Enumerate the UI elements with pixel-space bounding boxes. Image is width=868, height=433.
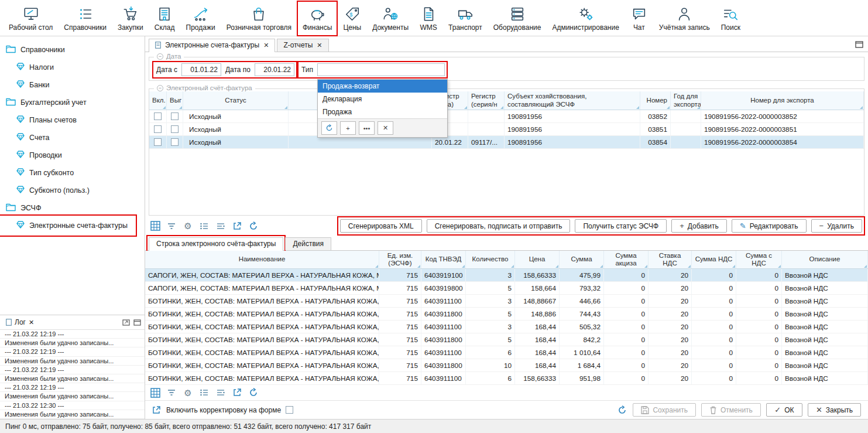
include-checkbox[interactable] (154, 138, 162, 146)
sidebar-item-accounts[interactable]: Счета (0, 129, 56, 146)
dropdown-option[interactable]: Продажа (318, 105, 447, 118)
sidebar-item-electronic-invoices[interactable]: Электронные счета-фактуры (0, 217, 135, 234)
log-tab[interactable]: Лог ✕ (4, 317, 36, 328)
sidebar-item-eschf[interactable]: ЭСЧФ (0, 199, 48, 217)
line-row[interactable]: БОТИНКИ, ЖЕН, СОСТАВ: МАТЕРИАЛ ВЕРХА - Н… (145, 372, 868, 385)
line-row[interactable]: БОТИНКИ, ЖЕН, СОСТАВ: МАТЕРИАЛ ВЕРХА - Н… (145, 308, 868, 321)
topbar-item-desktop[interactable]: Рабочий стол (4, 1, 58, 36)
line-row[interactable]: БОТИНКИ, ЖЕН, СОСТАВ: МАТЕРИАЛ ВЕРХА - Н… (145, 333, 868, 346)
col-vat-rate[interactable]: Ставка НДС (649, 251, 692, 268)
date-to-input[interactable] (255, 63, 294, 76)
col-sum-with-vat[interactable]: Сумма с НДС (736, 251, 782, 268)
refresh-icon[interactable] (248, 221, 259, 231)
collapse-icon[interactable]: − (157, 53, 163, 60)
col-reg-series[interactable]: Регистр (серия/н (468, 91, 505, 110)
table-grid-icon[interactable] (150, 387, 160, 398)
topbar-item-prices[interactable]: $ Цены (338, 1, 366, 36)
dropdown-more-button[interactable]: ••• (359, 121, 375, 135)
tab-z-reports[interactable]: Z-отчеты ✕ (277, 39, 328, 52)
topbar-item-retail[interactable]: Розничная торговля (221, 1, 297, 36)
add-button[interactable]: +Добавить (671, 219, 727, 233)
col-subject[interactable]: Субъект хозяйствования, составляющий ЭСЧ… (505, 91, 640, 110)
col-name[interactable]: Наименование (145, 251, 379, 268)
topbar-item-account[interactable]: Учётная запись (654, 1, 715, 36)
sidebar-item-postings[interactable]: Проводки (0, 146, 69, 164)
col-out[interactable]: Выг (167, 91, 183, 110)
col-export-year[interactable]: Год для экспорта (671, 91, 701, 110)
log-float-icon[interactable] (122, 319, 130, 326)
dropdown-add-button[interactable]: + (340, 121, 356, 135)
edit-button[interactable]: ✎Редактировать (732, 219, 807, 233)
export-checkbox[interactable] (171, 125, 179, 133)
line-row[interactable]: БОТИНКИ, ЖЕН, СОСТАВ: МАТЕРИАЛ ВЕРХА - Н… (145, 321, 868, 333)
tab-close-icon[interactable]: ✕ (317, 42, 322, 49)
line-row[interactable]: БОТИНКИ, ЖЕН, СОСТАВ: МАТЕРИАЛ ВЕРХА - Н… (145, 346, 868, 359)
close-button[interactable]: ✕ Закрыть (808, 403, 861, 417)
view-list-icon[interactable] (215, 221, 226, 231)
dropdown-option[interactable]: Продажа-возврат (318, 80, 447, 93)
col-number[interactable]: Номер (640, 91, 671, 110)
refresh-icon[interactable] (617, 405, 627, 415)
export-checkbox[interactable] (171, 138, 179, 146)
sidebar-item-accounting[interactable]: Бухгалтерский учет (0, 94, 94, 111)
generate-xml-button[interactable]: Сгенерировать XML (340, 219, 422, 233)
dropdown-refresh-button[interactable] (321, 121, 337, 135)
tab-invoice-lines[interactable]: Строка электронного счёта-фактуры (149, 237, 283, 251)
export-checkbox[interactable] (171, 112, 179, 120)
invoice-row[interactable]: Исходный 190891956 03852 190891956-2022-… (149, 110, 864, 123)
ok-button[interactable]: ✓ ОК (766, 403, 802, 417)
sidebar-item-subconto-user[interactable]: Субконто (польз.) (0, 182, 97, 199)
dropdown-close-button[interactable]: ✕ (378, 121, 393, 135)
line-row[interactable]: САПОГИ, ЖЕН, СОСТАВ: МАТЕРИАЛ ВЕРХА - НА… (145, 269, 868, 282)
topbar-item-chat[interactable]: Чат (625, 1, 653, 36)
col-export-number[interactable]: Номер для экспорта (701, 91, 864, 110)
save-button[interactable]: Сохранить (633, 403, 696, 417)
filter-icon[interactable] (166, 387, 177, 398)
col-unit[interactable]: Ед. изм. (ЭСЧФ) (379, 251, 421, 268)
col-vat-sum[interactable]: Сумма НДС (692, 251, 736, 268)
log-collapse-icon[interactable] (133, 319, 141, 326)
tab-electronic-invoices[interactable]: Электронные счета-фактуры ✕ (149, 39, 275, 52)
view-list-icon[interactable] (215, 387, 226, 398)
topbar-item-search[interactable]: Поиск (716, 1, 746, 36)
col-sum[interactable]: Сумма (560, 251, 604, 268)
topbar-item-references[interactable]: Справочники (59, 1, 112, 36)
log-entries[interactable]: --- 21.03.22 12:19 --- Изменения были уд… (0, 330, 145, 419)
topbar-item-equipment[interactable]: Оборудование (488, 1, 547, 36)
sort-list-icon[interactable] (199, 387, 210, 398)
gear-icon[interactable]: ⚙ (183, 221, 193, 231)
get-status-button[interactable]: Получить статус ЭСЧФ (575, 219, 667, 233)
sidebar-item-references[interactable]: Справочники (0, 41, 72, 59)
col-price[interactable]: Цена (515, 251, 560, 268)
gear-icon[interactable]: ⚙ (183, 387, 193, 398)
topbar-item-purchases[interactable]: Закупки (112, 1, 149, 36)
filter-icon[interactable] (166, 221, 177, 231)
col-incl[interactable]: Вкл. (149, 91, 167, 110)
tab-actions[interactable]: Действия (285, 237, 331, 250)
include-checkbox[interactable] (154, 112, 162, 120)
col-tnved[interactable]: Код ТНВЭД (421, 251, 466, 268)
line-row[interactable]: БОТИНКИ, ЖЕН, СОСТАВ: МАТЕРИАЛ ВЕРХА - Н… (145, 295, 868, 308)
log-close-icon[interactable]: ✕ (29, 319, 34, 326)
date-from-input[interactable] (181, 63, 221, 76)
col-qty[interactable]: Количество (466, 251, 515, 268)
dropdown-option[interactable]: Декларация (318, 93, 447, 105)
table-grid-icon[interactable] (150, 221, 160, 231)
topbar-item-sales[interactable]: Продажи (181, 1, 221, 36)
cancel-button[interactable]: Отменить (701, 403, 761, 417)
topbar-item-transport[interactable]: Транспорт (443, 1, 488, 36)
invoice-row[interactable]: Исходный 190891956 03851 190891956-2022-… (149, 123, 864, 136)
sidebar-item-taxes[interactable]: Налоги (0, 59, 61, 76)
topbar-item-documents[interactable]: Документы (367, 1, 414, 36)
invoice-row[interactable]: Исходный 20.01.22 09117/... 190891956 03… (149, 136, 864, 149)
line-row[interactable]: БОТИНКИ, ЖЕН, СОСТАВ: МАТЕРИАЛ ВЕРХА - Н… (145, 359, 868, 372)
delete-button[interactable]: −Удалить (811, 219, 862, 233)
refresh-icon[interactable] (248, 387, 259, 398)
col-description[interactable]: Описание (782, 251, 868, 268)
line-row[interactable]: САПОГИ, ЖЕН, СОСТАВ: МАТЕРИАЛ ВЕРХА - НА… (145, 282, 868, 295)
sidebar-item-chart-of-accounts[interactable]: Планы счетов (0, 111, 84, 129)
correction-checkbox[interactable] (286, 406, 293, 414)
topbar-item-finance[interactable]: Финансы (297, 1, 337, 36)
restore-window-icon[interactable] (855, 41, 863, 48)
correction-form-icon[interactable] (151, 405, 162, 415)
